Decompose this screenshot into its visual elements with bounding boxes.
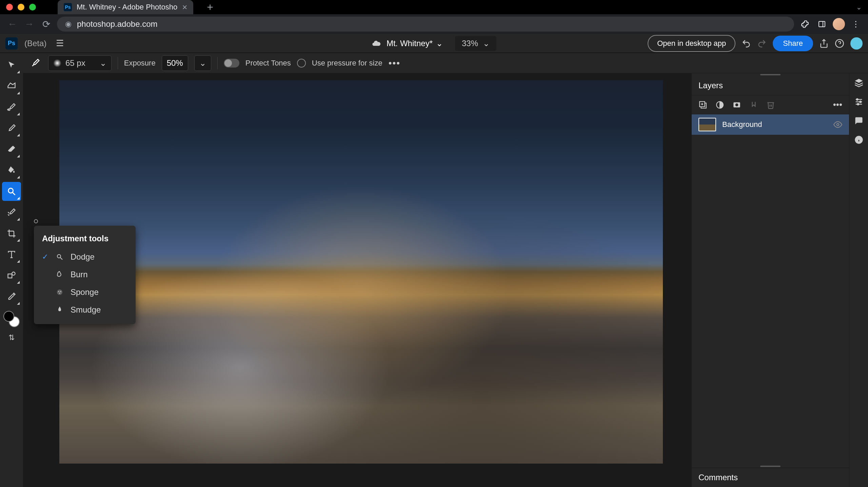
clip-layer-button[interactable] — [749, 100, 758, 109]
foreground-color-swatch[interactable] — [3, 311, 14, 322]
eraser-tool[interactable] — [2, 140, 21, 159]
eyedropper-tool[interactable] — [2, 287, 21, 306]
exposure-label: Exposure — [124, 59, 156, 68]
help-button[interactable] — [835, 39, 844, 48]
user-avatar[interactable] — [850, 37, 863, 50]
minimize-window-button[interactable] — [18, 4, 24, 11]
exposure-input[interactable]: 50% — [162, 55, 188, 71]
extensions-button[interactable] — [799, 18, 811, 30]
svg-rect-0 — [819, 21, 825, 27]
exposure-value: 50% — [167, 58, 183, 68]
dodge-tool[interactable] — [2, 182, 21, 201]
layers-more-button[interactable]: ••• — [833, 99, 842, 110]
fill-tool[interactable] — [2, 161, 21, 180]
tools-panel: ⇅ — [0, 53, 23, 487]
profile-avatar[interactable] — [833, 18, 845, 30]
photoshop-logo-icon[interactable]: Ps — [5, 37, 18, 50]
properties-rail-icon[interactable] — [854, 97, 864, 107]
color-swatches[interactable] — [3, 311, 20, 327]
layer-row[interactable]: Background — [692, 114, 849, 135]
svg-point-15 — [58, 291, 59, 292]
brush-size-selector[interactable]: 65 px ⌄ — [48, 55, 112, 71]
flyout-item-label: Burn — [71, 270, 88, 279]
export-button[interactable] — [819, 39, 829, 48]
clone-stamp-tool[interactable] — [2, 203, 21, 222]
comments-panel-header[interactable]: Comments — [692, 468, 849, 487]
svg-point-6 — [8, 188, 13, 193]
adjustment-layer-button[interactable] — [715, 100, 724, 109]
new-tab-button[interactable]: + — [207, 1, 213, 14]
healing-brush-tool[interactable] — [2, 98, 21, 117]
layer-mask-button[interactable] — [732, 100, 741, 109]
zoom-value: 33% — [462, 39, 478, 48]
flyout-item-dodge[interactable]: ✓ Dodge — [34, 248, 136, 266]
svg-line-13 — [60, 258, 62, 260]
appbar-center: Mt. Whitney* ⌄ 33% ⌄ — [372, 36, 496, 51]
layer-thumbnail[interactable] — [698, 118, 716, 131]
svg-point-30 — [857, 104, 859, 105]
os-titlebar: Ps Mt. Whitney - Adobe Photosho × + ⌄ — [0, 0, 868, 14]
close-window-button[interactable] — [6, 4, 13, 11]
delete-layer-button[interactable] — [766, 100, 775, 109]
dodge-icon — [56, 253, 65, 261]
flyout-item-smudge[interactable]: Smudge — [34, 301, 136, 319]
smudge-icon — [56, 306, 65, 314]
layers-rail-icon[interactable] — [854, 78, 864, 88]
open-desktop-button[interactable]: Open in desktop app — [648, 35, 735, 52]
share-button[interactable]: Share — [773, 36, 813, 51]
app-bar: Ps (Beta) ☰ Mt. Whitney* ⌄ 33% ⌄ Open in… — [0, 34, 868, 53]
maximize-window-button[interactable] — [29, 4, 36, 11]
flyout-item-sponge[interactable]: Sponge — [34, 283, 136, 301]
app-menu-button[interactable]: ☰ — [53, 38, 66, 49]
url-text: photoshop.adobe.com — [77, 19, 158, 29]
browser-tab[interactable]: Ps Mt. Whitney - Adobe Photosho × — [58, 0, 193, 14]
swap-colors-button[interactable]: ⇅ — [8, 333, 15, 342]
sidepanel-button[interactable] — [816, 18, 828, 30]
tab-favicon-icon: Ps — [64, 3, 72, 11]
protect-tones-toggle[interactable] — [224, 59, 239, 68]
flyout-item-label: Sponge — [71, 287, 99, 297]
comments-rail-icon[interactable] — [854, 116, 864, 126]
brush-tool[interactable] — [2, 119, 21, 138]
svg-point-16 — [60, 291, 61, 292]
reload-button[interactable]: ⟳ — [40, 18, 52, 30]
forward-button[interactable]: → — [23, 18, 35, 30]
info-rail-icon[interactable] — [854, 135, 864, 145]
appbar-right: Open in desktop app Share — [648, 35, 863, 52]
address-bar[interactable]: ◉ photoshop.adobe.com — [57, 17, 794, 32]
type-tool[interactable] — [2, 245, 21, 264]
exposure-dropdown[interactable]: ⌄ — [194, 55, 211, 71]
document-canvas[interactable] — [59, 80, 663, 464]
shape-tool[interactable] — [2, 266, 21, 285]
browser-menu-button[interactable]: ⋮ — [850, 18, 862, 30]
site-info-icon[interactable]: ◉ — [65, 20, 72, 29]
chevron-down-icon: ⌄ — [100, 58, 106, 68]
panel-drag-handle[interactable] — [692, 73, 849, 76]
move-tool[interactable] — [2, 56, 21, 75]
cloud-sync-icon[interactable] — [372, 39, 381, 48]
back-button[interactable]: ← — [6, 18, 18, 30]
add-layer-button[interactable] — [698, 100, 707, 109]
tab-title: Mt. Whitney - Adobe Photosho — [77, 3, 177, 12]
crop-tool[interactable] — [2, 224, 21, 243]
tool-options-bar: 65 px ⌄ Exposure 50% ⌄ Protect Tones Use… — [23, 53, 868, 73]
tab-close-button[interactable]: × — [182, 2, 187, 13]
document-title-dropdown[interactable]: Mt. Whitney* ⌄ — [387, 39, 443, 48]
layers-panel-header[interactable]: Layers — [692, 76, 849, 95]
svg-point-28 — [856, 99, 858, 100]
pressure-size-label: Use pressure for size — [312, 59, 382, 68]
flyout-item-burn[interactable]: Burn — [34, 266, 136, 283]
panels-column: Layers ••• — [692, 73, 849, 487]
panel-drag-handle[interactable] — [692, 465, 849, 468]
layer-visibility-toggle[interactable] — [833, 120, 842, 129]
lasso-tool[interactable] — [2, 77, 21, 96]
burn-icon — [56, 270, 65, 279]
protect-tones-label: Protect Tones — [245, 59, 291, 68]
zoom-selector[interactable]: 33% ⌄ — [455, 36, 496, 51]
undo-button[interactable] — [742, 39, 751, 48]
pressure-size-checkbox[interactable] — [297, 59, 306, 68]
more-options-button[interactable]: ••• — [389, 58, 400, 69]
redo-button[interactable] — [757, 39, 767, 48]
check-icon: ✓ — [42, 252, 50, 261]
tabs-overflow-button[interactable]: ⌄ — [856, 3, 862, 11]
